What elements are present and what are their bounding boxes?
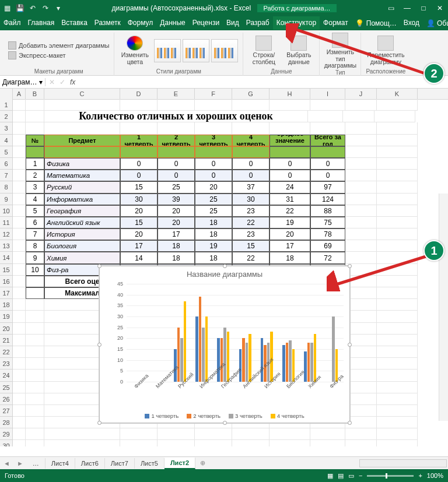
chart-bar[interactable] [289, 340, 292, 382]
chart-y-axis[interactable]: 051015202530354045 [100, 284, 125, 382]
cell[interactable]: 18 [195, 228, 232, 240]
cell[interactable] [345, 170, 377, 181]
zoom-out-button[interactable]: − [359, 472, 362, 479]
sheet-tab[interactable]: Лист7 [105, 458, 135, 469]
zoom-level[interactable]: 100% [427, 472, 443, 479]
cell[interactable] [310, 428, 345, 440]
cell[interactable]: 30 [232, 193, 270, 205]
col-header[interactable]: H [270, 89, 310, 99]
cell[interactable]: 18 [195, 252, 232, 263]
cell[interactable] [13, 170, 26, 181]
chart-legend[interactable]: 1 четверть 2 четверть 3 четверть 4 четве… [100, 413, 349, 419]
cell[interactable] [13, 228, 26, 240]
cell[interactable]: 15 [120, 181, 158, 193]
resize-handle[interactable] [223, 421, 227, 425]
cell[interactable] [377, 311, 418, 322]
cell[interactable] [13, 428, 26, 440]
cell[interactable] [13, 193, 26, 205]
cell[interactable] [345, 193, 377, 205]
cell[interactable] [377, 299, 418, 311]
th-q4[interactable]: 4четверть [232, 135, 270, 146]
row-header[interactable]: 11 [0, 217, 13, 228]
cell[interactable]: 31 [270, 193, 310, 205]
style-thumb[interactable] [154, 39, 181, 62]
cell[interactable] [158, 440, 195, 446]
tab-review[interactable]: Рецензи [189, 16, 223, 30]
row-header[interactable]: 2 [0, 111, 13, 122]
cell[interactable]: 25 [195, 205, 232, 217]
cell[interactable] [44, 440, 120, 446]
cell[interactable]: 19 [270, 217, 310, 228]
cell[interactable] [345, 358, 377, 370]
row-header[interactable]: 23 [0, 358, 13, 370]
cell[interactable] [44, 122, 120, 134]
vertical-scrollbar[interactable] [439, 193, 448, 421]
chart-title[interactable]: Название диаграммы [100, 266, 349, 280]
cell[interactable]: 25 [195, 193, 232, 205]
add-chart-element-button[interactable]: Добавить элемент диаграммы [8, 41, 109, 50]
cell[interactable] [13, 405, 26, 417]
chart-bar[interactable] [177, 328, 180, 382]
cell[interactable] [13, 382, 26, 393]
sheet-tab[interactable]: Лист4 [46, 458, 75, 469]
cell[interactable]: 0 [270, 158, 310, 170]
col-header[interactable]: E [158, 89, 195, 99]
tab-insert[interactable]: Вставка [58, 16, 91, 30]
cell[interactable] [195, 122, 232, 134]
undo-icon[interactable]: ↶ [28, 3, 37, 13]
cell[interactable] [377, 393, 418, 405]
cell[interactable] [377, 323, 418, 335]
cell[interactable]: 124 [310, 193, 345, 205]
resize-handle[interactable] [348, 343, 352, 347]
cell[interactable] [270, 440, 310, 446]
row-header[interactable]: 21 [0, 335, 13, 346]
name-box[interactable]: Диаграм…▾ [0, 78, 46, 86]
chart-bar[interactable] [223, 328, 226, 382]
zoom-in-button[interactable]: + [418, 472, 422, 479]
cell[interactable] [158, 99, 195, 111]
add-sheet-button[interactable]: ⊕ [195, 459, 210, 467]
cell[interactable] [377, 146, 418, 158]
tab-layout[interactable]: Разметк [91, 16, 124, 30]
cell[interactable] [13, 440, 26, 446]
resize-handle[interactable] [97, 264, 102, 268]
cell[interactable]: 22 [270, 205, 310, 217]
row-header[interactable]: 8 [0, 181, 13, 193]
chart-bar[interactable] [195, 316, 198, 382]
cell[interactable] [345, 440, 377, 446]
cell[interactable] [345, 99, 377, 111]
cell[interactable] [13, 122, 26, 134]
cell[interactable] [13, 276, 26, 287]
chart-styles-gallery[interactable] [154, 39, 238, 62]
cell[interactable] [345, 370, 377, 381]
fx-icon[interactable]: fx [70, 78, 75, 86]
sheet-nav-prev[interactable]: ◄ [0, 460, 13, 467]
quick-layout-button[interactable]: Экспресс-макет [8, 51, 109, 59]
cell[interactable] [26, 440, 44, 446]
chart-plot-area[interactable] [127, 284, 344, 382]
cell[interactable]: 0 [195, 170, 232, 181]
table-title[interactable]: Количество отличных и хороших оценок [44, 111, 308, 122]
cell[interactable] [13, 158, 26, 170]
row-header[interactable]: 20 [0, 323, 13, 335]
cell[interactable]: 4 [26, 193, 44, 205]
row-header[interactable]: 26 [0, 393, 13, 405]
cell[interactable] [26, 335, 44, 346]
chart-bar[interactable] [261, 338, 264, 382]
cell[interactable]: Русский [44, 181, 120, 193]
cell[interactable] [377, 170, 418, 181]
cell[interactable]: 18 [195, 217, 232, 228]
cell[interactable] [120, 99, 158, 111]
sheet-nav-next[interactable]: ► [13, 460, 27, 467]
chart-bar[interactable] [314, 334, 317, 382]
cell[interactable]: Информатика [44, 193, 120, 205]
col-header[interactable]: D [120, 89, 158, 99]
cell[interactable] [13, 181, 26, 193]
cell[interactable] [377, 181, 418, 193]
cell[interactable] [13, 346, 26, 358]
row-header[interactable]: 14 [0, 252, 13, 263]
cell[interactable] [26, 311, 44, 322]
cell[interactable] [44, 99, 120, 111]
cell[interactable] [26, 428, 44, 440]
cell[interactable] [310, 440, 345, 446]
